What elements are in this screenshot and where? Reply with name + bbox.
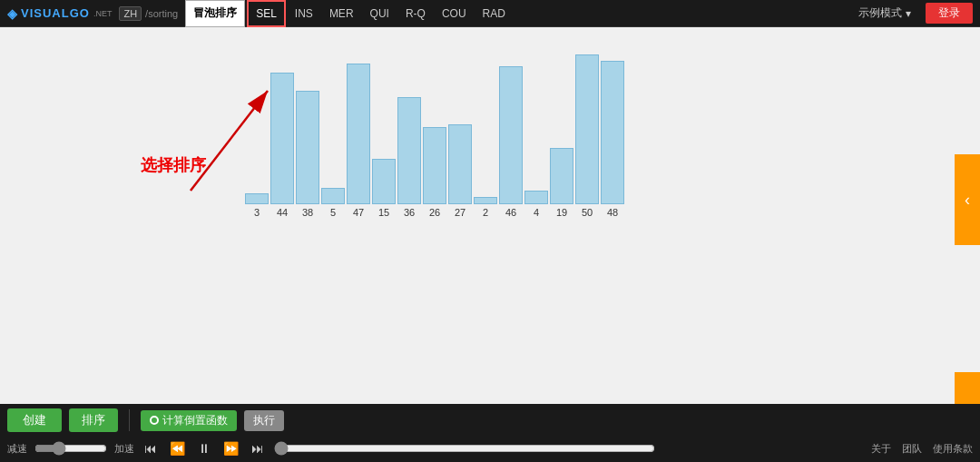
- speed-max-label: 加速: [114, 442, 134, 456]
- bottom-right-links: 关于 团队 使用条款: [871, 442, 973, 456]
- bar-column: 50: [575, 54, 599, 218]
- skip-to-end-button[interactable]: ⏭: [249, 441, 267, 456]
- bar-value-label: 46: [505, 207, 516, 218]
- logo-area: ◈ VISUALGO .NET: [7, 6, 112, 21]
- bar-column: 2: [474, 197, 497, 218]
- chevron-left-icon-2: ‹: [965, 399, 970, 405]
- bar-value-label: 47: [353, 207, 364, 218]
- playbar-row: 减速 加速 ⏮ ⏪ ⏸ ⏩ ⏭ 关于 团队 使用条款: [7, 438, 973, 458]
- bar-value-label: 36: [404, 207, 415, 218]
- header-right: 示例模式 ▾ 登录: [851, 3, 973, 24]
- skip-to-start-button[interactable]: ⏮: [142, 441, 160, 456]
- chevron-left-icon: ‹: [965, 191, 970, 210]
- bar-column: 15: [372, 159, 396, 218]
- exec-button[interactable]: 执行: [244, 410, 284, 431]
- bar-value-label: 27: [455, 207, 466, 218]
- speed-min-label: 减速: [7, 442, 27, 456]
- bar: [601, 61, 624, 204]
- nav-bubble[interactable]: 冒泡排序: [185, 0, 245, 27]
- logo-sub: .NET: [93, 9, 113, 18]
- login-button[interactable]: 登录: [926, 3, 973, 24]
- team-link[interactable]: 团队: [902, 442, 922, 456]
- calc-button[interactable]: 计算倒置函数: [141, 410, 237, 431]
- bar-value-label: 44: [277, 207, 288, 218]
- nav-ins[interactable]: INS: [288, 0, 320, 27]
- bar-column: 36: [397, 97, 421, 218]
- right-panel-bottom[interactable]: ‹: [955, 372, 980, 404]
- lang-selector[interactable]: ZH: [119, 6, 142, 21]
- bar: [499, 66, 523, 204]
- step-back-button[interactable]: ⏪: [167, 441, 188, 456]
- nav-rad[interactable]: RAD: [475, 0, 513, 27]
- chart-area: 34438547153626272464195048: [245, 54, 624, 218]
- bar-column: 5: [321, 188, 345, 218]
- terms-link[interactable]: 使用条款: [933, 442, 973, 456]
- bar-column: 19: [550, 148, 573, 218]
- bar: [550, 148, 573, 204]
- bar: [296, 91, 319, 204]
- bar: [372, 159, 396, 204]
- main-area: 选择排序 34438547153626272464195048 ‹ ‹: [0, 27, 980, 404]
- bar: [423, 127, 446, 204]
- separator: [129, 409, 130, 431]
- bar-column: 47: [347, 64, 370, 218]
- bar-value-label: 38: [302, 207, 313, 218]
- nav-sel[interactable]: SEL: [247, 0, 286, 27]
- bar-value-label: 5: [330, 207, 336, 218]
- bar-value-label: 2: [483, 207, 488, 218]
- path-text: /sorting: [145, 8, 178, 19]
- bar-value-label: 48: [607, 207, 618, 218]
- bar-column: 48: [601, 61, 624, 218]
- bottom-panel: 创建 排序 计算倒置函数 执行 减速 加速 ⏮ ⏪ ⏸ ⏩ ⏭ 关于 团队 使用…: [0, 404, 980, 462]
- sort-button[interactable]: 排序: [69, 408, 118, 432]
- bar-column: 46: [499, 66, 523, 218]
- nav-cou[interactable]: COU: [435, 0, 474, 27]
- bar-value-label: 3: [254, 207, 260, 218]
- bar: [448, 124, 472, 204]
- nav-mer[interactable]: MER: [322, 0, 361, 27]
- bar: [524, 191, 548, 204]
- about-link[interactable]: 关于: [871, 442, 891, 456]
- annotation-arrow: [181, 82, 290, 200]
- bar-column: 4: [524, 191, 548, 218]
- logo-icon: ◈: [7, 6, 17, 21]
- bar-value-label: 15: [378, 207, 389, 218]
- step-forward-button[interactable]: ⏩: [220, 441, 241, 456]
- bar-column: 26: [423, 127, 446, 218]
- bar-column: 27: [448, 124, 472, 218]
- bar-value-label: 26: [429, 207, 440, 218]
- create-button[interactable]: 创建: [7, 408, 62, 432]
- bar-value-label: 50: [582, 207, 593, 218]
- bar-column: 38: [296, 91, 319, 218]
- bar: [347, 64, 370, 204]
- green-dot-icon: [150, 416, 159, 425]
- progress-slider[interactable]: [274, 441, 655, 456]
- controls-row: 创建 排序 计算倒置函数 执行: [7, 408, 973, 433]
- header: ◈ VISUALGO .NET ZH /sorting 冒泡排序 SEL INS…: [0, 0, 980, 27]
- example-mode-btn[interactable]: 示例模式 ▾: [851, 4, 918, 23]
- nav-qui[interactable]: QUI: [363, 0, 397, 27]
- logo-text: VISUALGO: [21, 6, 90, 20]
- bar-value-label: 4: [534, 207, 539, 218]
- pause-button[interactable]: ⏸: [195, 441, 213, 456]
- svg-line-1: [191, 91, 268, 191]
- bar-value-label: 19: [556, 207, 567, 218]
- bar: [321, 188, 345, 204]
- speed-slider[interactable]: [34, 441, 107, 456]
- right-panel-top[interactable]: ‹: [955, 154, 980, 245]
- bar: [397, 97, 421, 204]
- bar: [474, 197, 497, 204]
- bar: [575, 54, 599, 204]
- nav-rq[interactable]: R-Q: [398, 0, 433, 27]
